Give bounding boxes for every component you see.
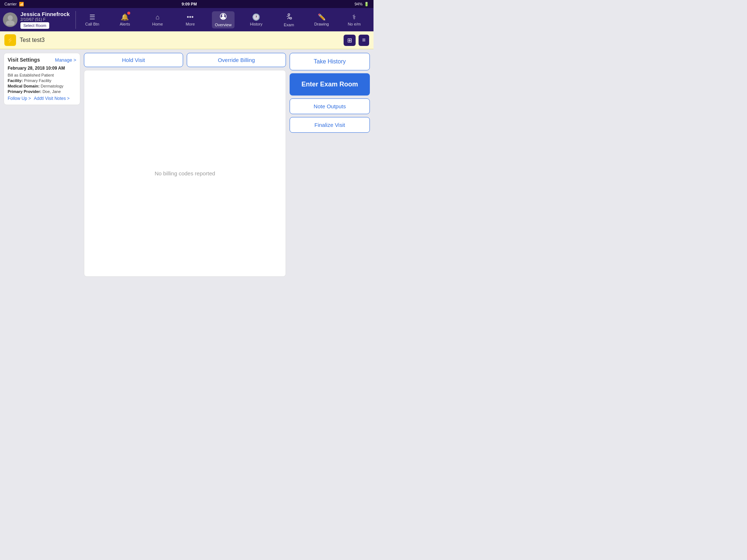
more-icon: ••• [187, 13, 194, 21]
overview-label: Overview [215, 23, 232, 27]
billing-card: No billing codes reported [84, 70, 286, 277]
nav-item-home[interactable]: ⌂ Home [147, 12, 169, 28]
banner-icon: ⚡ [4, 34, 16, 46]
nav-item-more[interactable]: ••• More [179, 12, 201, 28]
enter-exam-room-button[interactable]: Enter Exam Room [290, 73, 370, 96]
visit-settings-title: Visit Settings [8, 57, 40, 63]
battery-label: 94% [355, 2, 363, 6]
svg-point-4 [288, 13, 290, 15]
avatar [3, 12, 18, 27]
patient-dob: 2/10/67 (51) F [20, 17, 70, 22]
call-btn-icon: ☰ [89, 13, 95, 21]
status-right: 94% 🔋 [355, 2, 369, 7]
home-label: Home [152, 22, 163, 26]
alerts-badge [127, 12, 130, 15]
addtl-notes-link[interactable]: Addtl Visit Notes > [34, 96, 70, 101]
facility-detail: Facility: Primary Facility [8, 78, 76, 83]
visit-links: Follow Up > Addtl Visit Notes > [8, 96, 76, 101]
finalize-visit-button[interactable]: Finalize Visit [290, 117, 370, 133]
banner-actions: ⊞ ≡ [344, 35, 369, 46]
patient-text: Jessica Finnefrock 2/10/67 (51) F Select… [20, 11, 70, 29]
exam-label: Exam [284, 23, 294, 27]
grid-view-button[interactable]: ⊞ [344, 35, 356, 46]
svg-point-2 [222, 14, 225, 16]
hold-visit-button[interactable]: Hold Visit [84, 53, 183, 67]
follow-up-link[interactable]: Follow Up > [8, 96, 31, 101]
svg-point-1 [6, 20, 15, 26]
carrier-label: Carrier [4, 2, 17, 6]
manage-link[interactable]: Manage > [55, 57, 76, 63]
menu-view-button[interactable]: ≡ [359, 35, 369, 46]
wifi-icon: 📶 [19, 2, 24, 7]
no-em-icon: ⚕ [352, 13, 356, 21]
nav-item-exam[interactable]: Exam [278, 11, 300, 28]
top-nav: Jessica Finnefrock 2/10/67 (51) F Select… [0, 8, 374, 31]
billing-empty-text: No billing codes reported [155, 170, 215, 176]
facility-value: Primary Facility [24, 78, 51, 83]
provider-label: Primary Provider: [8, 89, 41, 94]
more-label: More [186, 22, 195, 26]
exam-icon [285, 13, 293, 22]
drawing-label: Drawing [314, 22, 329, 26]
svg-point-0 [8, 15, 13, 20]
visit-settings-header: Visit Settings Manage > [8, 57, 76, 63]
take-history-button[interactable]: Take History [290, 53, 370, 70]
banner-icon-symbol: ⚡ [7, 37, 14, 44]
main-content: Visit Settings Manage > February 28, 201… [0, 49, 374, 280]
alerts-label: Alerts [120, 22, 130, 26]
drawing-icon: ✏️ [318, 13, 326, 21]
nav-item-no-em[interactable]: ⚕ No e/m [343, 12, 365, 28]
sidebar: Visit Settings Manage > February 28, 201… [4, 53, 80, 277]
alerts-icon: 🔔 [121, 13, 129, 21]
patient-info: Jessica Finnefrock 2/10/67 (51) F Select… [3, 11, 76, 29]
banner: ⚡ Test test3 ⊞ ≡ [0, 31, 374, 49]
select-room-button[interactable]: Select Room [20, 22, 49, 29]
svg-point-5 [290, 17, 292, 19]
nav-item-alerts[interactable]: 🔔 Alerts [114, 12, 136, 28]
nav-item-call-btn[interactable]: ☰ Call Btn [81, 12, 103, 28]
center-area: Hold Visit Override Billing No billing c… [80, 53, 290, 277]
history-label: History [250, 22, 262, 26]
billing-type: Bill as Established Patient [8, 73, 76, 77]
call-btn-label: Call Btn [85, 22, 100, 26]
provider-value: Doe, Jane [42, 89, 61, 94]
home-icon: ⌂ [155, 13, 159, 21]
battery-icon: 🔋 [364, 2, 369, 7]
time-display: 9:09 PM [182, 2, 197, 6]
note-outputs-button[interactable]: Note Outputs [290, 98, 370, 114]
patient-name: Jessica Finnefrock [20, 11, 70, 17]
domain-label: Medical Domain: [8, 84, 39, 88]
provider-detail: Primary Provider: Doe, Jane [8, 89, 76, 94]
domain-detail: Medical Domain: Dermatology [8, 84, 76, 88]
nav-items: ☰ Call Btn 🔔 Alerts ⌂ Home ••• More [76, 11, 371, 28]
nav-item-history[interactable]: 🕐 History [245, 12, 267, 28]
status-left: Carrier 📶 [4, 2, 24, 7]
overview-icon [220, 13, 227, 22]
visit-date: February 28, 2018 10:09 AM [8, 66, 76, 71]
domain-value: Dermatology [40, 84, 63, 88]
no-em-label: No e/m [348, 22, 360, 26]
visit-settings-card: Visit Settings Manage > February 28, 201… [4, 53, 80, 105]
right-panel: Take History Enter Exam Room Note Output… [290, 53, 370, 277]
nav-item-drawing[interactable]: ✏️ Drawing [311, 12, 333, 28]
banner-text: Test test3 [20, 37, 340, 43]
facility-label: Facility: [8, 78, 23, 83]
status-bar: Carrier 📶 9:09 PM 94% 🔋 [0, 0, 374, 8]
nav-item-overview[interactable]: Overview [212, 11, 235, 28]
history-icon: 🕐 [252, 13, 260, 21]
center-top-buttons: Hold Visit Override Billing [84, 53, 286, 67]
override-billing-button[interactable]: Override Billing [187, 53, 286, 67]
